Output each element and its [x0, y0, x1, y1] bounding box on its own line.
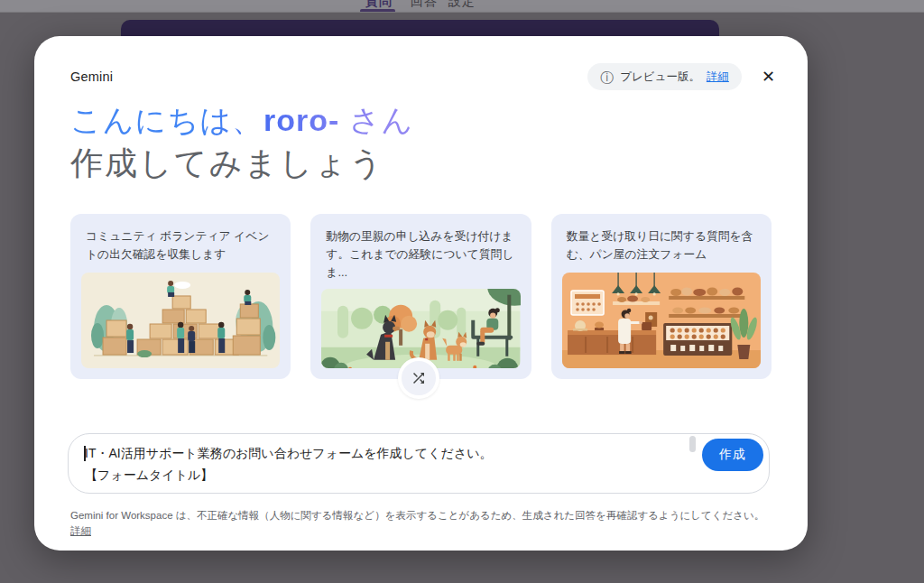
prompt-line-3: 【フォームタイトル】: [85, 464, 691, 486]
prompt-scrollbar-thumb[interactable]: [689, 436, 696, 452]
suggestion-text: 数量と受け取り日に関する質問を含む、パン屋の注文フォーム: [562, 225, 761, 272]
greeting-headline: こんにちは、roro- さん: [70, 99, 413, 141]
form-header-card-top: [121, 20, 719, 36]
dogs-in-park-illustration: [321, 289, 520, 368]
suggestion-text: コミュニティ ボランティア イベントの出欠確認を収集します: [81, 225, 280, 272]
suggestion-text: 動物の里親の申し込みを受け付けます。これまでの経験について質問しま...: [321, 225, 520, 289]
shuffle-suggestions-button[interactable]: [398, 357, 439, 399]
close-icon[interactable]: ✕: [756, 67, 781, 87]
text-caret: [84, 446, 86, 461]
gemini-logo-text: Gemini: [70, 69, 113, 84]
disclaimer-details-link[interactable]: 詳細: [70, 525, 91, 536]
tab-settings[interactable]: 設定: [448, 0, 476, 10]
tab-responses[interactable]: 回答: [411, 0, 438, 10]
user-name: roro-: [263, 103, 339, 137]
preview-badge: ⓘ プレビュー版。 詳細: [587, 63, 742, 90]
forms-tab-bar: 質問 回答 設定: [0, 0, 924, 13]
preview-details-link[interactable]: 詳細: [707, 69, 729, 85]
greeting-block: こんにちは、roro- さん 作成してみましょう: [70, 99, 413, 186]
disclaimer: Gemini for Workspace は、不正確な情報（人物に関する情報など…: [70, 508, 774, 540]
create-button[interactable]: 作成: [702, 439, 763, 471]
active-tab-underline: [360, 9, 395, 13]
greeting-subtitle: 作成してみましょう: [70, 141, 413, 186]
dialog-header: Gemini ⓘ プレビュー版。 詳細 ✕: [70, 61, 781, 92]
prompt-line-1: IT・AI活用サポート業務のお問い合わせフォームを作成してください。: [85, 442, 691, 464]
gemini-dialog: Gemini ⓘ プレビュー版。 詳細 ✕ こんにちは、roro- さん 作成し…: [34, 36, 808, 551]
suggestion-cards: コミュニティ ボランティア イベントの出欠確認を収集します: [70, 214, 772, 379]
info-icon: ⓘ: [600, 70, 614, 84]
suggestion-card-volunteer-event[interactable]: コミュニティ ボランティア イベントの出欠確認を収集します: [70, 214, 291, 379]
volunteers-stacking-boxes-illustration: [81, 273, 280, 368]
bakery-shop-illustration: [562, 273, 761, 368]
shuffle-icon: [411, 370, 427, 386]
prompt-input[interactable]: IT・AI活用サポート業務のお問い合わせフォームを作成してください。 【フォーム…: [68, 433, 770, 494]
suggestion-card-bakery-order[interactable]: 数量と受け取り日に関する質問を含む、パン屋の注文フォーム: [551, 214, 772, 379]
suggestion-card-pet-adoption[interactable]: 動物の里親の申し込みを受け付けます。これまでの経験について質問しま...: [310, 214, 531, 379]
preview-badge-label: プレビュー版。: [620, 69, 700, 85]
